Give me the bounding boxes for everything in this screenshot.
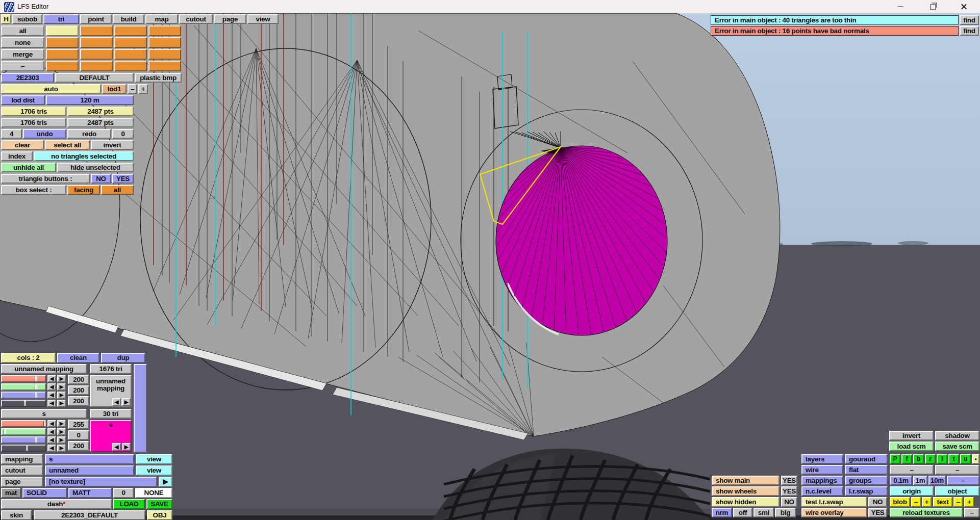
menu-build[interactable]: build <box>113 14 144 24</box>
auto-button[interactable]: auto <box>1 84 101 94</box>
load-button[interactable]: LOAD <box>113 499 145 509</box>
save-button[interactable]: SAVE <box>146 499 172 509</box>
show-wheels-label[interactable]: show wheels <box>712 486 780 496</box>
subob-grid-cell[interactable] <box>46 49 79 60</box>
red2-right-arrow[interactable]: ▶ <box>57 420 66 427</box>
nc-level-button[interactable]: n.c.level <box>801 486 843 496</box>
subob-grid-cell[interactable] <box>148 37 181 48</box>
dup-button[interactable]: dup <box>101 353 145 363</box>
layer-l-button[interactable]: l <box>937 454 947 464</box>
menu-h[interactable]: H <box>1 14 11 24</box>
groups-button[interactable]: groups <box>845 476 888 485</box>
layer-b-button[interactable]: b <box>913 454 924 464</box>
save-scm-button[interactable]: save scm <box>935 441 979 451</box>
blue-value-2[interactable]: 200 <box>68 441 89 451</box>
lod-dist-value[interactable]: 120 m <box>46 95 134 105</box>
show-main-toggle[interactable]: YES <box>781 476 797 485</box>
config-default-button[interactable]: DEFAULT <box>55 73 134 83</box>
wire-overlay-toggle[interactable]: YES <box>868 508 887 517</box>
subob-all[interactable]: all <box>1 25 44 36</box>
cutout-label[interactable]: cutout <box>1 465 43 476</box>
red2-left-arrow[interactable]: ◀ <box>47 420 56 427</box>
lod-plus-button[interactable]: + <box>138 84 148 94</box>
page-next-arrow[interactable]: ▶ <box>159 477 172 487</box>
extra-right-arrow[interactable]: ▶ <box>57 400 66 407</box>
minimize-icon[interactable] <box>889 0 912 13</box>
nrm-off-button[interactable]: off <box>733 508 752 517</box>
grid-10m-button[interactable]: 10m <box>928 476 946 485</box>
red-value-2[interactable]: 255 <box>68 420 89 429</box>
wire-button[interactable]: wire <box>801 465 843 475</box>
subob-grid-cell[interactable] <box>148 25 181 36</box>
mapping-value[interactable]: s <box>45 454 134 464</box>
find-button-1[interactable]: find <box>960 15 979 25</box>
green-slider[interactable] <box>1 383 46 391</box>
grid-dash-button[interactable]: – <box>947 476 979 485</box>
box-select-facing[interactable]: facing <box>67 185 100 195</box>
restore-icon[interactable] <box>921 0 945 13</box>
page-label[interactable]: page <box>1 477 43 487</box>
mapping-prev-arrow[interactable]: ◀ <box>112 398 121 406</box>
blue2-right-arrow[interactable]: ▶ <box>57 436 66 444</box>
layer-u-button[interactable]: u <box>960 454 971 464</box>
menu-view[interactable]: view <box>247 14 279 24</box>
cutout-view-button[interactable]: view <box>136 465 172 476</box>
extra-slider[interactable] <box>1 400 46 407</box>
reload-dash-button[interactable]: – <box>964 508 979 517</box>
green-value[interactable]: 200 <box>68 385 89 395</box>
layer-r-button[interactable]: r <box>925 454 936 464</box>
menu-tri[interactable]: tri <box>43 14 79 24</box>
test-lr-swap-button[interactable]: test l.r.swap <box>801 497 867 507</box>
find-button-2[interactable]: find <box>960 26 979 36</box>
subob-grid-cell[interactable] <box>80 37 113 48</box>
subob-grid-cell[interactable] <box>80 61 113 71</box>
origin-button[interactable]: origin <box>890 486 934 496</box>
layer-t-button[interactable]: t <box>948 454 959 464</box>
green-value-2[interactable]: 0 <box>68 430 89 440</box>
lod-dist-label[interactable]: lod dist <box>1 95 45 105</box>
red-slider-2[interactable] <box>1 420 46 427</box>
menu-subob[interactable]: subob <box>12 14 42 24</box>
lr-swap-button[interactable]: l.r.swap <box>845 486 888 496</box>
mapping-name-1[interactable]: s <box>1 409 87 419</box>
red-left-arrow[interactable]: ◀ <box>47 375 56 382</box>
green-slider-2[interactable] <box>1 428 46 435</box>
grid-1m-button[interactable]: 1m <box>913 476 927 485</box>
extra2-right-arrow[interactable]: ▶ <box>57 445 66 452</box>
plastic-bmp-button[interactable]: plastic bmp <box>135 73 182 83</box>
select-all-button[interactable]: select all <box>45 140 90 150</box>
red-right-arrow[interactable]: ▶ <box>57 375 66 382</box>
triangle-buttons-yes[interactable]: YES <box>112 174 134 184</box>
mat-matt[interactable]: MATT <box>68 488 112 498</box>
redo-button[interactable]: redo <box>67 129 111 139</box>
index-button[interactable]: index <box>1 151 33 161</box>
shadow-button[interactable]: shadow <box>935 431 979 440</box>
clear-button[interactable]: clear <box>1 140 44 150</box>
menu-map[interactable]: map <box>145 14 178 24</box>
layer-p-button[interactable]: P <box>890 454 900 464</box>
show-hidden-label[interactable]: show hidden <box>712 497 780 507</box>
menu-point[interactable]: point <box>80 14 112 24</box>
wire-overlay-label[interactable]: wire overlay <box>801 508 867 517</box>
grid-01m-button[interactable]: 0.1m <box>890 476 912 485</box>
layer-f-button[interactable]: f <box>901 454 912 464</box>
skin-label[interactable]: skin <box>1 510 32 520</box>
swatch-prev-arrow[interactable]: ◀ <box>112 443 121 451</box>
subob-grid-cell[interactable] <box>80 49 113 60</box>
green2-right-arrow[interactable]: ▶ <box>57 428 66 435</box>
mat-solid[interactable]: SOLID <box>22 488 67 498</box>
menu-cutout[interactable]: cutout <box>179 14 213 24</box>
red-slider[interactable] <box>1 375 46 382</box>
lod-minus-button[interactable]: – <box>128 84 137 94</box>
green-right-arrow[interactable]: ▶ <box>57 383 66 391</box>
subob-grid-cell[interactable] <box>114 25 147 36</box>
obj-button[interactable]: OBJ <box>147 510 172 520</box>
green-left-arrow[interactable]: ◀ <box>47 383 56 391</box>
mapping-label[interactable]: mapping <box>1 454 43 464</box>
blob-button[interactable]: blob <box>890 497 910 507</box>
undo-button[interactable]: undo <box>23 129 66 139</box>
cutout-value[interactable]: unnamed <box>45 465 134 476</box>
subob-none[interactable]: none <box>1 37 44 48</box>
subob-grid-cell[interactable] <box>114 37 147 48</box>
layer-dot-button[interactable]: ● <box>972 454 979 464</box>
